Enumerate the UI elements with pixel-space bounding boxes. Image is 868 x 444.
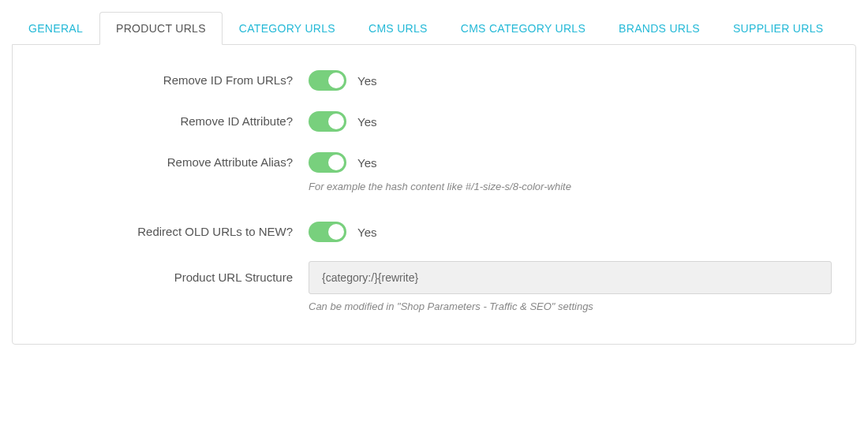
tab-general[interactable]: General [12,12,99,45]
toggle-state-remove-attr-alias: Yes [357,156,376,170]
row-remove-attr-alias: Remove Attribute Alias? Yes For example … [36,151,832,192]
tab-cms-category-urls[interactable]: CMS Category URLs [444,12,602,45]
label-url-structure: Product URL Structure [36,261,309,284]
label-remove-attr-alias: Remove Attribute Alias? [36,151,309,169]
toggle-redirect-old[interactable] [309,222,346,242]
tab-bar: General Product URLs Category URLs CMS U… [12,12,856,45]
toggle-knob-icon [328,73,344,88]
row-redirect-old: Redirect OLD URLs to NEW? Yes [36,220,832,244]
toggle-knob-icon [328,224,344,240]
label-remove-id-attr: Remove ID Attribute? [36,110,309,128]
toggle-state-redirect-old: Yes [357,226,376,239]
toggle-knob-icon [328,155,344,170]
toggle-knob-icon [328,114,344,129]
settings-panel: Remove ID From URLs? Yes Remove ID Attri… [12,44,856,345]
toggle-state-remove-id: Yes [357,74,376,88]
label-remove-id: Remove ID From URLs? [36,69,309,87]
helper-remove-attr-alias: For example the hash content like #/1-si… [309,181,832,192]
toggle-remove-id[interactable] [309,70,346,91]
tab-brands-urls[interactable]: Brands URLs [602,12,716,45]
tab-product-urls[interactable]: Product URLs [99,12,223,45]
tab-cms-urls[interactable]: CMS URLs [352,12,444,45]
toggle-state-remove-id-attr: Yes [357,115,376,129]
row-remove-id: Remove ID From URLs? Yes [36,69,832,92]
label-redirect-old: Redirect OLD URLs to NEW? [36,220,309,238]
tab-category-urls[interactable]: Category URLs [223,12,352,45]
row-url-structure: Product URL Structure Can be modified in… [36,261,832,312]
toggle-remove-id-attr[interactable] [309,111,346,132]
toggle-remove-attr-alias[interactable] [309,152,346,173]
row-remove-id-attr: Remove ID Attribute? Yes [36,110,832,133]
tab-supplier-urls[interactable]: Supplier URLs [716,12,840,45]
input-url-structure[interactable] [309,261,832,294]
helper-url-structure: Can be modified in "Shop Parameters - Tr… [309,300,832,312]
